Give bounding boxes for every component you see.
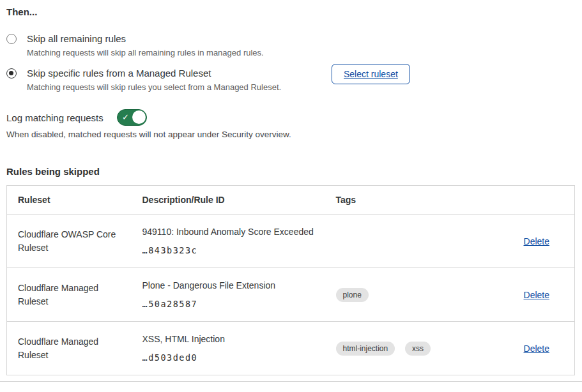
log-matching-requests-toggle[interactable]: ✓ <box>117 109 147 126</box>
column-header-tags: Tags <box>325 186 494 215</box>
tags-cell <box>325 215 494 268</box>
log-matching-requests-label: Log matching requests <box>6 112 103 123</box>
option-skip-all-remaining-rules: Skip all remaining rules Matching reques… <box>6 32 264 59</box>
radio-skip-all-remaining-rules[interactable] <box>6 34 17 44</box>
select-ruleset-button[interactable]: Select ruleset <box>332 64 410 84</box>
rule-id: …843b323c <box>142 244 319 257</box>
column-header-ruleset: Ruleset <box>7 186 132 215</box>
tag-badge: xss <box>405 342 431 356</box>
table-row: Cloudflare OWASP Core Ruleset 949110: In… <box>7 215 575 268</box>
tag-badge: plone <box>336 288 369 302</box>
column-header-description-rule-id: Description/Rule ID <box>132 186 325 215</box>
option-skip-specific-rules: Skip specific rules from a Managed Rules… <box>6 66 281 93</box>
tag-badge: html-injection <box>336 342 395 356</box>
radio-skip-specific-rules[interactable] <box>6 68 17 79</box>
log-matching-requests-description: When disabled, matched requests will not… <box>6 130 291 139</box>
toggle-knob <box>132 110 146 124</box>
rules-being-skipped-table: Ruleset Description/Rule ID Tags Cloudfl… <box>6 185 575 375</box>
delete-link[interactable]: Delete <box>524 236 549 246</box>
ruleset-name: Cloudflare Managed Ruleset <box>7 268 132 322</box>
delete-link[interactable]: Delete <box>524 290 549 300</box>
rule-description: Plone - Dangerous File Extension <box>142 279 319 292</box>
waf-exception-config-page: Then... Skip all remaining rules Matchin… <box>0 0 582 392</box>
rule-id: …d503ded0 <box>142 351 319 364</box>
tags-cell: plone <box>325 268 494 322</box>
option-description: Matching requests will skip rules you se… <box>27 82 281 93</box>
table-row: Cloudflare Managed Ruleset XSS, HTML Inj… <box>7 322 575 375</box>
table-header-row: Ruleset Description/Rule ID Tags <box>7 186 575 215</box>
then-heading: Then... <box>6 6 37 17</box>
rule-description: 949110: Inbound Anomaly Score Exceeded <box>142 225 319 238</box>
checkmark-icon: ✓ <box>122 112 129 123</box>
rules-being-skipped-heading: Rules being skipped <box>6 166 100 177</box>
option-label[interactable]: Skip specific rules from a Managed Rules… <box>27 66 281 80</box>
column-header-actions <box>494 186 575 215</box>
option-description: Matching requests will skip all remainin… <box>27 47 264 59</box>
table-row: Cloudflare Managed Ruleset Plone - Dange… <box>7 268 575 322</box>
delete-link[interactable]: Delete <box>524 343 549 354</box>
option-label[interactable]: Skip all remaining rules <box>27 32 264 46</box>
ruleset-name: Cloudflare Managed Ruleset <box>7 322 132 375</box>
tags-cell: html-injection xss <box>325 322 494 375</box>
rule-description: XSS, HTML Injection <box>142 333 319 345</box>
rule-id: …50a28587 <box>142 298 319 310</box>
section-divider <box>0 381 582 382</box>
ruleset-name: Cloudflare OWASP Core Ruleset <box>7 215 132 268</box>
